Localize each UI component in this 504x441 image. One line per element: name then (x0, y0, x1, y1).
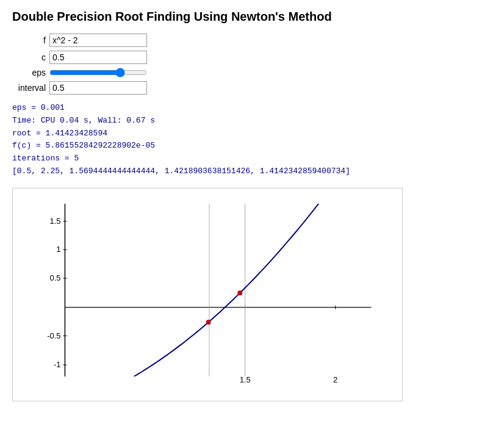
output-line5: iterations = 5 (12, 152, 492, 165)
interval-input[interactable] (49, 81, 147, 95)
y-label-1: 1 (56, 245, 60, 254)
eps-slider[interactable] (49, 68, 147, 77)
c-row: c (12, 51, 492, 64)
page-title: Double Precision Root Finding Using Newt… (12, 10, 492, 24)
interval-label: interval (12, 83, 46, 93)
curve (65, 195, 371, 395)
c-label: c (12, 52, 46, 62)
output-line1: eps = 0.001 (12, 102, 492, 115)
output-section: eps = 0.001 Time: CPU 0.04 s, Wall: 0.67… (12, 102, 492, 178)
f-label: f (12, 35, 46, 45)
f-row: f (12, 34, 492, 47)
x-label-2: 2 (333, 375, 337, 384)
output-line4: f(c) = 5.86155284292228902e-05 (12, 140, 492, 152)
y-label-0.5: 0.5 (50, 273, 61, 282)
form-section: f c eps interval (12, 34, 492, 95)
dot-1 (206, 320, 211, 324)
dot-2 (237, 290, 242, 295)
chart-svg: 1.5 2 -1 -0.5 0.5 1 1.5 (19, 195, 396, 395)
output-line6: [0.5, 2.25, 1.5694444444444444, 1.421890… (12, 165, 492, 178)
x-label-1.5: 1.5 (240, 375, 251, 384)
eps-row: eps (12, 68, 492, 77)
eps-label: eps (12, 68, 46, 77)
svg-rect-0 (65, 204, 371, 376)
y-label-neg0.5: -0.5 (47, 331, 60, 340)
chart-container: 1.5 2 -1 -0.5 0.5 1 1.5 (12, 188, 403, 401)
c-input[interactable] (49, 51, 147, 64)
y-label-neg1: -1 (54, 360, 60, 369)
y-label-1.5: 1.5 (50, 216, 61, 225)
f-input[interactable] (49, 34, 147, 47)
interval-row: interval (12, 81, 492, 95)
output-line3: root = 1.41423428594 (12, 127, 492, 140)
output-line2: Time: CPU 0.04 s, Wall: 0.67 s (12, 115, 492, 127)
